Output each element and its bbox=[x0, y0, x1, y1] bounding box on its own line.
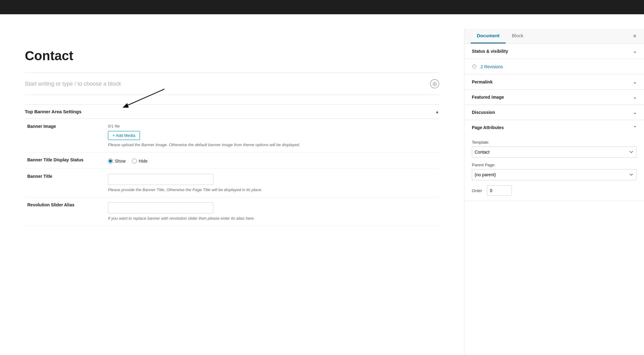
revisions-link[interactable]: 2 Revisions bbox=[481, 64, 503, 69]
table-row: Revolution Slider Alias If you want to r… bbox=[25, 197, 439, 226]
parent-page-label: Parent Page: bbox=[472, 163, 637, 167]
chevron-up-icon: ⌃ bbox=[633, 125, 637, 130]
status-visibility-header[interactable]: Status & visibility ⌄ bbox=[464, 44, 644, 59]
tab-group: Document Block bbox=[471, 29, 530, 43]
field-label-banner-image: Banner Image bbox=[25, 119, 105, 152]
sidebar-section-page-attributes: Page Attributes ⌃ Template: Contact Defa… bbox=[464, 120, 644, 201]
field-value-banner-title: Please provide the Banner Title, Otherwi… bbox=[105, 169, 439, 197]
revisions-row[interactable]: ⏲ 2 Revisions bbox=[464, 59, 644, 74]
clock-icon: ⏲ bbox=[472, 63, 477, 70]
radio-group-display: Show Hide bbox=[108, 157, 437, 164]
sidebar-section-status-visibility: Status & visibility ⌄ bbox=[464, 44, 644, 59]
discussion-header[interactable]: Discussion ⌄ bbox=[464, 105, 644, 120]
add-block-button[interactable]: ⊕ bbox=[430, 79, 439, 88]
main-editor-area: Contact Start writing or type / to choos… bbox=[0, 14, 464, 355]
top-bar bbox=[0, 0, 644, 14]
field-label-slider-alias: Revolution Slider Alias bbox=[25, 197, 105, 226]
page-title[interactable]: Contact bbox=[25, 48, 439, 63]
placeholder-text: Start writing or type / to choose a bloc… bbox=[25, 81, 121, 87]
page-attributes-body: Template: Contact Default Template Full … bbox=[464, 135, 644, 201]
sidebar-panel: Document Block × Status & visibility ⌄ ⏲… bbox=[464, 29, 644, 355]
field-value-display-status: Show Hide bbox=[105, 152, 439, 169]
order-row: Order bbox=[472, 185, 637, 196]
radio-show-text: Show bbox=[115, 159, 126, 164]
sidebar-tabs: Document Block × bbox=[464, 29, 644, 44]
block-placeholder-area[interactable]: Start writing or type / to choose a bloc… bbox=[25, 73, 439, 95]
parent-page-select[interactable]: (no parent) bbox=[472, 169, 637, 180]
template-label: Template: bbox=[472, 140, 637, 145]
add-media-button[interactable]: + Add Media bbox=[108, 131, 140, 140]
radio-hide-text: Hide bbox=[139, 159, 148, 164]
table-row: Banner Title Display Status Show Hide bbox=[25, 152, 439, 169]
field-value-slider-alias: If you want to replace banner with revol… bbox=[105, 197, 439, 226]
field-value-banner-image: 0/1 file + Add Media Please upload the B… bbox=[105, 119, 439, 152]
page-attributes-header[interactable]: Page Attributes ⌃ bbox=[464, 120, 644, 135]
sidebar-section-featured-image: Featured image ⌄ bbox=[464, 90, 644, 105]
file-count: 0/1 file bbox=[108, 124, 437, 128]
slider-alias-input[interactable] bbox=[108, 202, 213, 213]
meta-box-header[interactable]: Top Banner Area Settings ▲ bbox=[25, 105, 439, 119]
status-visibility-label: Status & visibility bbox=[472, 49, 508, 54]
permalink-label: Permalink bbox=[472, 79, 493, 84]
banner-image-note: Please upload the Banner Image. Otherwis… bbox=[108, 142, 437, 147]
radio-hide-label[interactable]: Hide bbox=[132, 159, 148, 164]
permalink-header[interactable]: Permalink ⌄ bbox=[464, 74, 644, 89]
chevron-down-icon: ⌄ bbox=[633, 95, 637, 100]
order-label: Order bbox=[472, 188, 482, 193]
sidebar-close-button[interactable]: × bbox=[632, 33, 638, 40]
meta-fields-table: Banner Image 0/1 file + Add Media Please… bbox=[25, 119, 439, 226]
meta-box: Top Banner Area Settings ▲ Banner Image … bbox=[25, 104, 439, 226]
radio-hide-input[interactable] bbox=[132, 159, 137, 164]
add-block-icon: ⊕ bbox=[432, 81, 437, 87]
page-attributes-label: Page Attributes bbox=[472, 125, 504, 130]
template-select[interactable]: Contact Default Template Full Width bbox=[472, 146, 637, 158]
banner-title-note: Please provide the Banner Title, Otherwi… bbox=[108, 187, 437, 192]
slider-alias-note: If you want to replace banner with revol… bbox=[108, 216, 437, 221]
chevron-down-icon: ⌄ bbox=[633, 49, 637, 54]
featured-image-header[interactable]: Featured image ⌄ bbox=[464, 90, 644, 105]
featured-image-label: Featured image bbox=[472, 95, 504, 100]
meta-box-toggle-icon: ▲ bbox=[435, 109, 439, 114]
table-row: Banner Title Please provide the Banner T… bbox=[25, 169, 439, 197]
meta-box-title: Top Banner Area Settings bbox=[25, 109, 82, 114]
table-row: Banner Image 0/1 file + Add Media Please… bbox=[25, 119, 439, 152]
radio-show-label[interactable]: Show bbox=[108, 159, 126, 164]
banner-title-input[interactable] bbox=[108, 174, 213, 185]
sidebar-section-discussion: Discussion ⌄ bbox=[464, 105, 644, 120]
tab-block[interactable]: Block bbox=[506, 29, 530, 43]
sidebar-section-permalink: Permalink ⌄ bbox=[464, 74, 644, 90]
radio-show-input[interactable] bbox=[108, 159, 113, 164]
field-label-banner-title: Banner Title bbox=[25, 169, 105, 197]
order-input[interactable] bbox=[487, 185, 512, 196]
tab-document[interactable]: Document bbox=[471, 29, 506, 43]
chevron-down-icon: ⌄ bbox=[633, 110, 637, 115]
chevron-down-icon: ⌄ bbox=[633, 80, 637, 84]
discussion-label: Discussion bbox=[472, 110, 495, 115]
field-label-display-status: Banner Title Display Status bbox=[25, 152, 105, 169]
